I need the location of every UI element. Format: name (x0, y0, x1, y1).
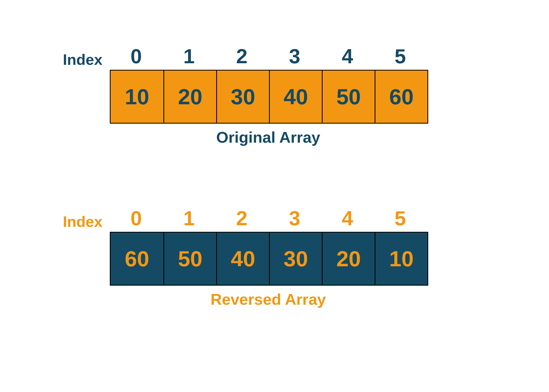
original-index-label: Index (42, 51, 110, 68)
reversed-array-cell: 40 (216, 233, 269, 285)
reversed-index-label: Index (42, 213, 110, 230)
reversed-array-cell: 50 (163, 233, 216, 285)
original-index-cell: 1 (163, 44, 215, 68)
reversed-index-cells: 0 1 2 3 4 5 (110, 206, 427, 230)
original-index-cells: 0 1 2 3 4 5 (110, 44, 427, 68)
original-array-cell: 50 (322, 71, 375, 123)
original-array-cell: 30 (216, 71, 269, 123)
reversed-caption: Reversed Array (110, 290, 427, 308)
original-index-cell: 5 (374, 44, 427, 68)
reversed-index-cell: 4 (321, 206, 374, 230)
original-array-block: Index 0 1 2 3 4 5 10 20 30 40 50 60 Orig… (42, 44, 428, 146)
original-index-cell: 3 (268, 44, 321, 68)
reversed-cells-row: 60 50 40 30 20 10 (110, 232, 428, 286)
reversed-index-cell: 1 (163, 206, 215, 230)
reversed-index-row: Index 0 1 2 3 4 5 (42, 206, 428, 230)
original-array-cell: 10 (111, 71, 163, 123)
reversed-array-cell: 60 (111, 233, 163, 285)
original-cells-row: 10 20 30 40 50 60 (110, 70, 428, 124)
reversed-array-cell: 30 (269, 233, 322, 285)
reversed-array-block: Index 0 1 2 3 4 5 60 50 40 30 20 10 Reve… (42, 206, 428, 308)
reversed-index-cell: 0 (110, 206, 163, 230)
reversed-array-cell: 10 (375, 233, 427, 285)
reversed-index-cell: 5 (374, 206, 427, 230)
original-array-cell: 60 (375, 71, 427, 123)
original-index-cell: 2 (215, 44, 268, 68)
original-index-row: Index 0 1 2 3 4 5 (42, 44, 428, 68)
reversed-array-cell: 20 (322, 233, 375, 285)
original-index-cell: 4 (321, 44, 374, 68)
reversed-index-cell: 3 (268, 206, 321, 230)
original-array-cell: 40 (269, 71, 322, 123)
original-array-cell: 20 (163, 71, 216, 123)
original-caption: Original Array (110, 128, 427, 146)
reversed-index-cell: 2 (215, 206, 268, 230)
original-index-cell: 0 (110, 44, 163, 68)
